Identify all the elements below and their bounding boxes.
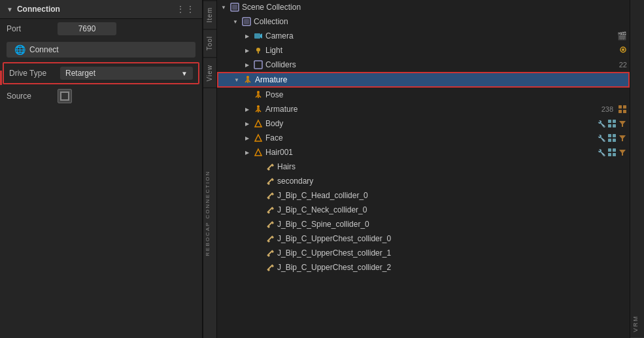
item-label-armature2: Armature: [265, 105, 597, 114]
tree-item-colliders[interactable]: Colliders22: [217, 58, 630, 72]
grid-icon: [607, 119, 617, 128]
filter-icon: [618, 148, 627, 157]
expand-btn-colliders[interactable]: [243, 61, 251, 69]
item-label-light: Light: [265, 46, 615, 55]
vrm-tab[interactable]: VRM: [630, 310, 644, 338]
light-icon: [253, 45, 263, 56]
wrench-icon: 🔧: [597, 133, 606, 143]
tree-item-j_bip_neck[interactable]: J_Bip_C_Neck_collider_0: [217, 203, 630, 217]
expand-btn-armature2[interactable]: [243, 105, 251, 113]
connect-row: 🌐 Connect: [0, 39, 202, 61]
connection-title: Connection: [17, 5, 60, 14]
drive-type-select[interactable]: Retarget ▼: [60, 67, 193, 80]
armature-icon: [243, 75, 253, 85]
tree-item-j_bip_upperchest0[interactable]: J_Bip_C_UpperChest_collider_0: [217, 231, 630, 246]
expand-btn-body[interactable]: [243, 120, 251, 127]
expand-btn-camera[interactable]: [243, 32, 251, 40]
svg-rect-4: [254, 33, 260, 39]
bone-icon: [265, 262, 275, 273]
source-label: Source: [7, 92, 52, 101]
grid-icon: [607, 148, 617, 157]
item-label-secondary: secondary: [277, 177, 627, 186]
item-label-j_bip_spine: J_Bip_C_Spine_collider_0: [277, 220, 627, 229]
drive-type-value: Retarget: [65, 69, 95, 78]
source-box[interactable]: [58, 89, 72, 103]
svg-line-14: [248, 80, 250, 82]
tree-item-armature2[interactable]: Armature238: [217, 102, 630, 116]
svg-marker-5: [260, 33, 262, 39]
tree-item-j_bip_head[interactable]: J_Bip_C_Head_collider_0: [217, 188, 630, 203]
item-badge-armature2: 238: [602, 105, 613, 113]
filter-icon: [618, 119, 627, 128]
svg-marker-38: [619, 135, 626, 141]
svg-rect-37: [613, 139, 616, 142]
connection-options[interactable]: ⋮⋮: [176, 4, 195, 14]
tree-item-j_bip_upperchest1[interactable]: J_Bip_C_UpperChest_collider_1: [217, 246, 630, 260]
drive-type-row: Drive Type Retarget ▼: [3, 62, 199, 84]
body-icon: [253, 118, 263, 129]
tree-item-armature[interactable]: Armature: [217, 72, 630, 88]
connect-button[interactable]: 🌐 Connect: [7, 42, 195, 58]
svg-rect-25: [619, 110, 622, 113]
tree-item-scene-collection[interactable]: Scene Collection: [217, 0, 630, 14]
item-label-j_bip_head: J_Bip_C_Head_collider_0: [277, 191, 627, 200]
tree-item-secondary[interactable]: secondary: [217, 174, 630, 188]
item-label-j_bip_upperchest0: J_Bip_C_UpperChest_collider_0: [277, 234, 627, 243]
expand-btn-face[interactable]: [243, 134, 251, 142]
tree-item-j_bip_upperchest2[interactable]: J_Bip_C_UpperChest_collider_2: [217, 260, 630, 275]
tree-item-hairs[interactable]: Hairs: [217, 160, 630, 174]
expand-btn-armature[interactable]: [233, 76, 241, 84]
svg-point-6: [256, 48, 260, 52]
tab-view[interactable]: View: [203, 58, 216, 88]
tree-panel[interactable]: Scene CollectionCollectionCamera🎬LightCo…: [217, 0, 630, 338]
source-row: Source: [0, 86, 202, 107]
wrench-icon: 🔧: [597, 148, 606, 157]
tab-tool[interactable]: Tool: [203, 29, 216, 57]
item-label-hairs: Hairs: [277, 162, 627, 171]
inline-icons-armature2: [618, 105, 627, 114]
item-label-body: Body: [265, 119, 592, 128]
grid-icon-arm: [618, 105, 627, 114]
source-box-inner: [60, 92, 69, 101]
svg-rect-35: [613, 134, 616, 137]
expand-btn-light[interactable]: [243, 46, 251, 54]
svg-point-19: [257, 105, 260, 108]
drive-type-label: Drive Type: [9, 69, 55, 78]
red-indicator: [0, 71, 2, 85]
bone-icon: [265, 233, 275, 244]
svg-line-17: [256, 95, 258, 97]
svg-rect-43: [613, 153, 616, 156]
item-badge-colliders: 22: [619, 61, 627, 69]
tree-item-collection[interactable]: Collection: [217, 14, 630, 29]
svg-rect-40: [608, 148, 611, 152]
bone-icon: [265, 248, 275, 258]
connection-chevron[interactable]: ▼: [7, 6, 13, 13]
tree-item-body[interactable]: Body 🔧: [217, 116, 630, 131]
tree-item-j_bip_spine[interactable]: J_Bip_C_Spine_collider_0: [217, 217, 630, 231]
drive-type-arrow: ▼: [181, 70, 188, 77]
face-icon: [253, 133, 263, 143]
item-label-scene-collection: Scene Collection: [242, 3, 627, 12]
expand-btn-scene-collection[interactable]: [220, 3, 228, 11]
camera-extra-icon: 🎬: [617, 31, 627, 41]
tree-item-pose[interactable]: Pose: [217, 88, 630, 102]
wrench-icon: 🔧: [597, 119, 606, 128]
expand-btn-hair001[interactable]: [243, 148, 251, 156]
hair-icon: [253, 147, 263, 158]
svg-line-13: [245, 80, 247, 82]
port-input[interactable]: [58, 22, 116, 35]
tab-rebocap[interactable]: REBOCAP CONNECTION: [203, 88, 216, 338]
item-label-j_bip_neck: J_Bip_C_Neck_collider_0: [277, 205, 627, 214]
svg-rect-30: [608, 124, 611, 127]
bone-icon: [265, 176, 275, 186]
tree-item-camera[interactable]: Camera🎬: [217, 29, 630, 43]
svg-rect-42: [608, 153, 611, 156]
svg-rect-1: [232, 5, 237, 10]
bone-icon: [265, 190, 275, 201]
tree-item-light[interactable]: Light: [217, 43, 630, 58]
tab-item[interactable]: Item: [203, 0, 216, 29]
tree-item-hair001[interactable]: Hair001 🔧: [217, 145, 630, 160]
connect-label: Connect: [29, 45, 59, 54]
tree-item-face[interactable]: Face 🔧: [217, 131, 630, 145]
expand-btn-collection[interactable]: [231, 18, 239, 25]
